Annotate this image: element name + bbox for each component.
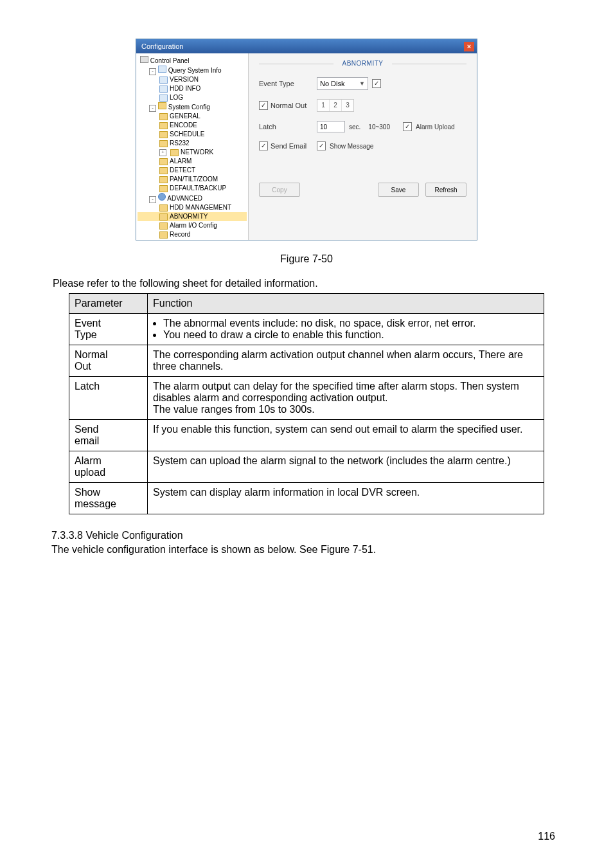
- sidebar-item-label: ENCODE: [170, 121, 197, 130]
- sidebar-item[interactable]: VERSION: [138, 75, 247, 84]
- sidebar-item-label: GENERAL: [170, 112, 200, 121]
- section-heading: 7.3.3.8 Vehicle Configuration: [51, 530, 562, 541]
- sidebar-item[interactable]: - ADVANCED: [138, 193, 247, 203]
- close-icon[interactable]: ×: [464, 42, 474, 51]
- param-name: Sendemail: [69, 420, 148, 451]
- sidebar-item-label: PAN/TILT/ZOOM: [170, 175, 218, 184]
- normal-out-label: Normal Out: [271, 102, 306, 109]
- table-row: EventTypeThe abnormal events include: no…: [69, 314, 544, 345]
- param-function: The corresponding alarm activation outpu…: [148, 345, 544, 377]
- sidebar-item-label: System Config: [168, 104, 210, 111]
- send-email-label: Send Email: [271, 142, 306, 150]
- folder-icon: [159, 176, 168, 183]
- event-type-enable-checkbox[interactable]: [372, 79, 381, 88]
- sidebar-item[interactable]: - System Config: [138, 102, 247, 112]
- folder-icon: [159, 140, 168, 147]
- config-window: Configuration × Control Panel- Query Sys…: [136, 39, 477, 240]
- sidebar-item-label: DETECT: [170, 166, 195, 175]
- file-icon: [159, 77, 168, 84]
- param-function: The alarm output can delay for the speci…: [148, 377, 544, 420]
- intro-text: Please refer to the following sheet for …: [53, 278, 562, 289]
- sidebar-item-label: ABNORMITY: [170, 212, 208, 221]
- channel-selector[interactable]: 123: [317, 99, 354, 112]
- send-email-checkbox[interactable]: [259, 141, 268, 150]
- sidebar-item[interactable]: ALARM: [138, 157, 247, 166]
- table-row: LatchThe alarm output can delay for the …: [69, 377, 544, 420]
- sidebar-item[interactable]: DETECT: [138, 166, 247, 175]
- param-function: System can upload the alarm signal to th…: [148, 451, 544, 483]
- folder-icon: [159, 185, 168, 192]
- folder-icon: [170, 149, 179, 156]
- folder-icon: [159, 113, 168, 120]
- group-title: ABNORMITY: [259, 60, 466, 67]
- file-icon: [158, 66, 166, 73]
- latch-unit: sec.: [349, 123, 360, 131]
- sidebar-item[interactable]: ENCODE: [138, 121, 247, 130]
- event-type-value: No Disk: [320, 80, 345, 87]
- param-name: Showmessage: [69, 483, 148, 514]
- param-name: EventType: [69, 314, 148, 345]
- sidebar-item[interactable]: Record: [138, 230, 247, 239]
- channel-cell[interactable]: 3: [342, 100, 353, 111]
- sidebar-item-label: VERSION: [170, 75, 199, 84]
- folder-icon: [159, 167, 168, 174]
- sidebar-item-label: DEFAULT/BACKUP: [170, 184, 226, 193]
- expander-icon[interactable]: -: [149, 68, 156, 75]
- world-icon: [158, 193, 166, 201]
- sidebar-item-label: RS232: [170, 139, 190, 148]
- sidebar-item[interactable]: RS232: [138, 139, 247, 148]
- file-icon: [159, 95, 168, 102]
- latch-input[interactable]: 10: [317, 121, 345, 132]
- alarm-upload-checkbox[interactable]: [403, 122, 412, 131]
- expander-icon[interactable]: -: [149, 196, 156, 203]
- table-header-parameter: Parameter: [69, 294, 148, 314]
- refresh-button[interactable]: Refresh: [425, 183, 466, 197]
- page-number: 116: [538, 831, 555, 842]
- control-icon: [140, 56, 148, 63]
- folder-icon: [158, 102, 166, 109]
- main-panel: ABNORMITY Event Type No Disk ▼ Normal Ou…: [249, 53, 477, 240]
- table-row: ShowmessageSystem can display alarm info…: [69, 483, 544, 514]
- sidebar-item-label: Control Panel: [150, 57, 190, 64]
- sidebar: Control Panel- Query System Info VERSION…: [136, 53, 249, 240]
- channel-cell[interactable]: 2: [330, 100, 342, 111]
- expander-icon[interactable]: -: [149, 105, 156, 112]
- sidebar-item[interactable]: DEFAULT/BACKUP: [138, 184, 247, 193]
- sidebar-item[interactable]: ABNORMITY: [138, 212, 247, 221]
- channel-cell[interactable]: 1: [317, 100, 330, 111]
- parameter-table: Parameter Function EventTypeThe abnormal…: [69, 293, 544, 514]
- sidebar-item-label: ADVANCED: [167, 195, 202, 202]
- folder-icon: [159, 231, 168, 239]
- section-body: The vehicle configuration interface is s…: [51, 544, 562, 556]
- expander-icon[interactable]: +: [159, 149, 166, 156]
- sidebar-item[interactable]: + NETWORK: [138, 148, 247, 157]
- sidebar-item[interactable]: SCHEDULE: [138, 130, 247, 139]
- sidebar-item[interactable]: PAN/TILT/ZOOM: [138, 175, 247, 184]
- sidebar-item[interactable]: Control Panel: [138, 56, 247, 66]
- file-icon: [159, 86, 168, 93]
- show-message-checkbox[interactable]: [317, 141, 326, 150]
- event-type-select[interactable]: No Disk ▼: [317, 77, 368, 90]
- folder-icon: [159, 131, 168, 138]
- param-function: If you enable this function, system can …: [148, 420, 544, 451]
- titlebar: Configuration ×: [136, 39, 477, 53]
- table-row: AlarmuploadSystem can upload the alarm s…: [69, 451, 544, 483]
- table-row: SendemailIf you enable this function, sy…: [69, 420, 544, 451]
- folder-icon: [159, 122, 168, 129]
- sidebar-item[interactable]: - Query System Info: [138, 66, 247, 75]
- sidebar-item-label: NETWORK: [181, 148, 213, 157]
- sidebar-item[interactable]: HDD INFO: [138, 84, 247, 93]
- sidebar-item-label: LOG: [170, 93, 183, 102]
- sidebar-item[interactable]: ACCOUNT: [138, 239, 247, 240]
- sidebar-item[interactable]: HDD MANAGEMENT: [138, 203, 247, 212]
- sidebar-item[interactable]: LOG: [138, 93, 247, 102]
- folder-icon: [159, 213, 168, 221]
- window-title: Configuration: [141, 42, 183, 50]
- sidebar-item[interactable]: Alarm I/O Config: [138, 221, 247, 230]
- save-button[interactable]: Save: [378, 183, 419, 197]
- param-name: Alarmupload: [69, 451, 148, 483]
- sidebar-item[interactable]: GENERAL: [138, 112, 247, 121]
- normal-out-checkbox[interactable]: [259, 101, 268, 110]
- param-name: NormalOut: [69, 345, 148, 377]
- folder-icon: [159, 222, 168, 230]
